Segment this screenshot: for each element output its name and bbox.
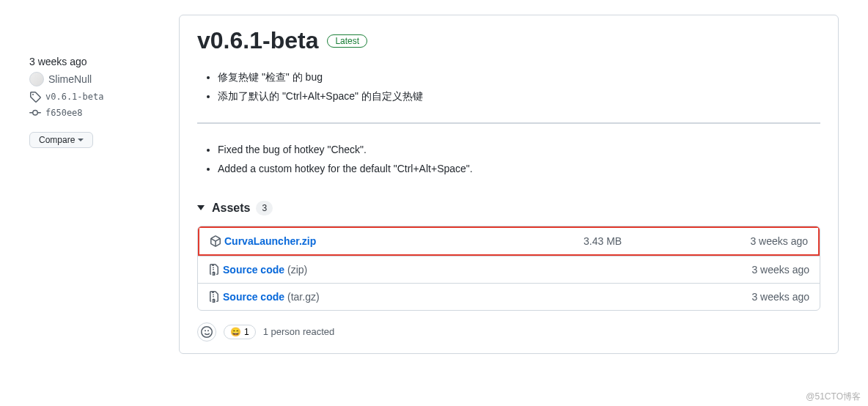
release-title: v0.6.1-beta xyxy=(197,27,318,54)
release-meta-sidebar: 3 weeks ago SlimeNull v0.6.1-beta f650ee… xyxy=(29,15,161,354)
package-icon xyxy=(210,235,221,247)
release-note-item: 添加了默认的 "Ctrl+Alt+Space" 的自定义热键 xyxy=(218,88,820,104)
add-reaction-button[interactable] xyxy=(197,322,216,342)
laugh-emoji-icon: 😄 xyxy=(230,327,241,337)
release-tag[interactable]: v0.6.1-beta xyxy=(29,91,161,103)
asset-link[interactable]: Source code xyxy=(223,264,284,276)
asset-row-source-zip[interactable]: Source code (zip) 3 weeks ago xyxy=(198,256,820,283)
tag-name[interactable]: v0.6.1-beta xyxy=(45,92,103,102)
reaction-summary: 1 person reacted xyxy=(263,326,335,337)
latest-badge: Latest xyxy=(327,34,367,48)
laugh-count: 1 xyxy=(244,327,249,337)
file-zip-icon xyxy=(208,264,220,276)
laugh-reaction-button[interactable]: 😄 1 xyxy=(224,325,256,339)
release-author[interactable]: SlimeNull xyxy=(29,72,161,86)
reactions-bar: 😄 1 1 person reacted xyxy=(197,322,820,342)
release-note-item: Fixed the bug of hotkey "Check". xyxy=(218,141,820,158)
author-avatar[interactable] xyxy=(29,72,44,86)
assets-count-badge: 3 xyxy=(256,201,273,215)
asset-suffix: (zip) xyxy=(287,264,307,276)
file-zip-icon xyxy=(208,291,220,303)
assets-toggle[interactable]: Assets 3 xyxy=(197,201,820,215)
compare-label: Compare xyxy=(39,135,75,145)
release-panel: v0.6.1-beta Latest 修复热键 "检查" 的 bug 添加了默认… xyxy=(179,15,839,354)
asset-suffix: (tar.gz) xyxy=(287,291,320,303)
release-timestamp: 3 weeks ago xyxy=(29,56,161,67)
asset-time: 3 weeks ago xyxy=(721,264,809,276)
asset-size: 3.43 MB xyxy=(584,235,716,247)
commit-icon xyxy=(29,107,41,119)
notes-divider xyxy=(197,122,820,124)
asset-link[interactable]: CurvaLauncher.zip xyxy=(224,235,316,247)
author-link[interactable]: SlimeNull xyxy=(48,73,92,85)
commit-sha[interactable]: f650ee8 xyxy=(45,108,83,118)
asset-time: 3 weeks ago xyxy=(721,291,809,303)
asset-list: CurvaLauncher.zip 3.43 MB 3 weeks ago So… xyxy=(197,226,820,311)
release-notes: 修复热键 "检查" 的 bug 添加了默认的 "Ctrl+Alt+Space" … xyxy=(197,69,820,177)
tag-icon xyxy=(29,91,41,103)
release-note-item: 修复热键 "检查" 的 bug xyxy=(218,69,820,85)
asset-row-source-targz[interactable]: Source code (tar.gz) 3 weeks ago xyxy=(198,283,820,310)
assets-title: Assets xyxy=(212,202,250,215)
asset-row-curvalauncher[interactable]: CurvaLauncher.zip 3.43 MB 3 weeks ago xyxy=(198,226,820,256)
asset-link[interactable]: Source code xyxy=(223,291,284,303)
release-note-item: Added a custom hotkey for the default "C… xyxy=(218,160,820,177)
asset-time: 3 weeks ago xyxy=(720,235,808,247)
release-commit[interactable]: f650ee8 xyxy=(29,107,161,119)
smiley-icon xyxy=(201,326,213,338)
compare-button[interactable]: Compare xyxy=(29,132,93,148)
chevron-down-icon xyxy=(78,139,84,141)
triangle-down-icon xyxy=(197,205,205,210)
